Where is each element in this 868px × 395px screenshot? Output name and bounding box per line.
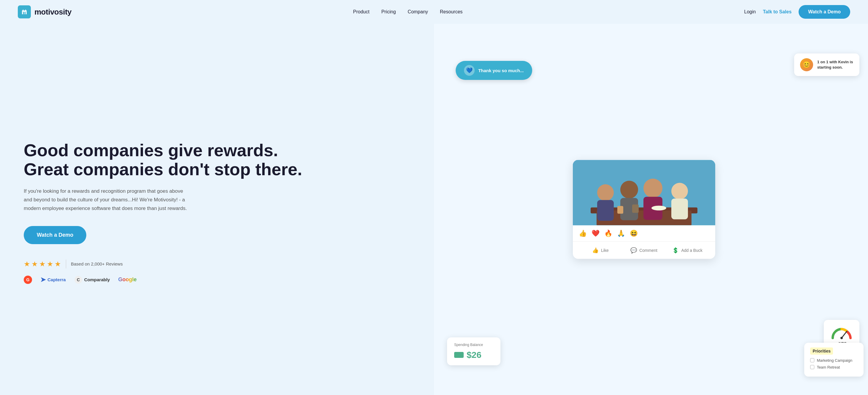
add-buck-label: Add a Buck (681, 248, 703, 253)
reaction-thumbsup[interactable]: 👍 (579, 230, 587, 237)
buck-icon: 💲 (672, 247, 679, 254)
comparably-icon: C (74, 276, 83, 284)
reaction-fire[interactable]: 🔥 (604, 230, 612, 237)
checkbox-2[interactable] (810, 365, 814, 369)
like-icon: 👍 (592, 247, 599, 254)
priority-label-1: Marketing Campaign (817, 358, 852, 363)
capterra-label: Capterra (48, 277, 66, 282)
nav-resources[interactable]: Resources (440, 9, 463, 15)
star-2: ★ (31, 260, 38, 268)
card-icon (454, 352, 464, 358)
review-logos-row: G ➤ Capterra C Comparably Google (24, 276, 416, 284)
photo-card: 👍 ❤️ 🔥 🙏 😆 👍 Like 💬 Comment (573, 160, 715, 259)
spending-amount: $26 (467, 350, 482, 360)
one-on-one-text: 1 on 1 with Kevin is starting soon. (817, 59, 854, 70)
comparably-logo: C Comparably (74, 276, 110, 284)
svg-rect-14 (671, 199, 688, 220)
g2-icon: G (24, 276, 32, 284)
divider (66, 260, 66, 269)
priority-item-1: Marketing Campaign (810, 358, 858, 363)
star-5: ★ (55, 260, 61, 268)
logo-icon (18, 5, 31, 19)
svg-rect-1 (25, 12, 26, 14)
star-1: ★ (24, 260, 30, 268)
google-label: Google (118, 277, 136, 283)
one-on-one-card: 😊 1 on 1 with Kevin is starting soon. (794, 53, 859, 76)
svg-point-9 (620, 181, 638, 199)
hero-right: 💙 Thank you so much... 😊 1 on 1 with Kev… (434, 24, 868, 395)
svg-point-7 (597, 185, 614, 201)
thank-you-bubble: 💙 Thank you so much... (456, 61, 532, 80)
svg-rect-15 (617, 206, 623, 214)
hero-title-line2: Great companies don't stop there. (24, 160, 302, 179)
priority-item-2: Team Retreat (810, 365, 858, 369)
hero-title: Good companies give rewards. Great compa… (24, 141, 416, 179)
svg-point-17 (651, 206, 666, 210)
hero-description: If you're looking for a rewards and reco… (24, 187, 190, 213)
comment-icon: 💬 (630, 247, 637, 254)
add-buck-action[interactable]: 💲 Add a Buck (666, 245, 709, 256)
login-button[interactable]: Login (744, 9, 756, 15)
reviews-count-text: Based on 2,000+ Reviews (71, 261, 123, 266)
comment-label: Comment (639, 248, 657, 253)
reaction-pray[interactable]: 🙏 (617, 230, 625, 237)
like-label: Like (601, 248, 609, 253)
checkbox-1[interactable] (810, 358, 814, 362)
star-3: ★ (39, 260, 46, 268)
spending-row: $26 (454, 350, 493, 360)
like-action[interactable]: 👍 Like (579, 245, 622, 256)
svg-point-13 (671, 183, 688, 200)
spending-balance-card: Spending Balance $26 (447, 337, 500, 365)
comment-action[interactable]: 💬 Comment (622, 245, 666, 256)
svg-point-19 (840, 337, 843, 339)
nav-pricing[interactable]: Pricing (381, 9, 396, 15)
thank-you-text: Thank you so much... (478, 68, 524, 73)
capterra-arrow-icon: ➤ (40, 276, 46, 284)
talk-to-sales-button[interactable]: Talk to Sales (763, 9, 792, 15)
hero-illustration: 💙 Thank you so much... 😊 1 on 1 with Kev… (434, 24, 868, 395)
star-4: ★ (47, 260, 53, 268)
brand-name: motivosity (34, 7, 71, 17)
reviews-section: ★ ★ ★ ★ ★ Based on 2,000+ Reviews (24, 260, 416, 269)
navbar: motivosity Product Pricing Company Resou… (0, 0, 868, 24)
priorities-card: Priorities Marketing Campaign Team Retre… (804, 343, 864, 376)
spending-label: Spending Balance (454, 343, 493, 347)
g2-logo: G (24, 276, 32, 284)
priority-label-2: Team Retreat (817, 365, 840, 369)
comparably-label: Comparably (84, 277, 110, 282)
hero-section: Good companies give rewards. Great compa… (0, 24, 868, 395)
main-nav: Product Pricing Company Resources (353, 9, 463, 15)
navbar-actions: Login Talk to Sales Watch a Demo (744, 5, 850, 19)
action-bar: 👍 Like 💬 Comment 💲 Add a Buck (573, 242, 715, 259)
svg-rect-16 (632, 205, 639, 213)
capterra-logo: ➤ Capterra (40, 276, 66, 284)
nav-company[interactable]: Company (408, 9, 428, 15)
hero-left: Good companies give rewards. Great compa… (0, 24, 434, 395)
reaction-bar: 👍 ❤️ 🔥 🙏 😆 (573, 225, 715, 242)
reaction-laugh[interactable]: 😆 (630, 230, 638, 237)
svg-text:C: C (77, 277, 80, 282)
avatar: 😊 (800, 58, 813, 71)
hero-title-line1: Good companies give rewards. (24, 140, 278, 160)
watch-demo-nav-button[interactable]: Watch a Demo (799, 5, 850, 19)
google-logo: Google (118, 277, 136, 283)
star-rating: ★ ★ ★ ★ ★ (24, 260, 61, 268)
svg-rect-8 (597, 200, 614, 221)
logo-area: motivosity (18, 5, 71, 19)
svg-point-11 (644, 179, 662, 198)
watch-demo-hero-button[interactable]: Watch a Demo (24, 226, 86, 244)
reaction-heart[interactable]: ❤️ (591, 230, 599, 237)
nav-product[interactable]: Product (353, 9, 369, 15)
svg-rect-0 (23, 12, 24, 14)
bubble-heart-icon: 💙 (464, 65, 475, 76)
svg-line-18 (842, 331, 847, 338)
enps-gauge (830, 325, 854, 339)
group-photo (573, 160, 715, 225)
priorities-title: Priorities (810, 347, 833, 355)
